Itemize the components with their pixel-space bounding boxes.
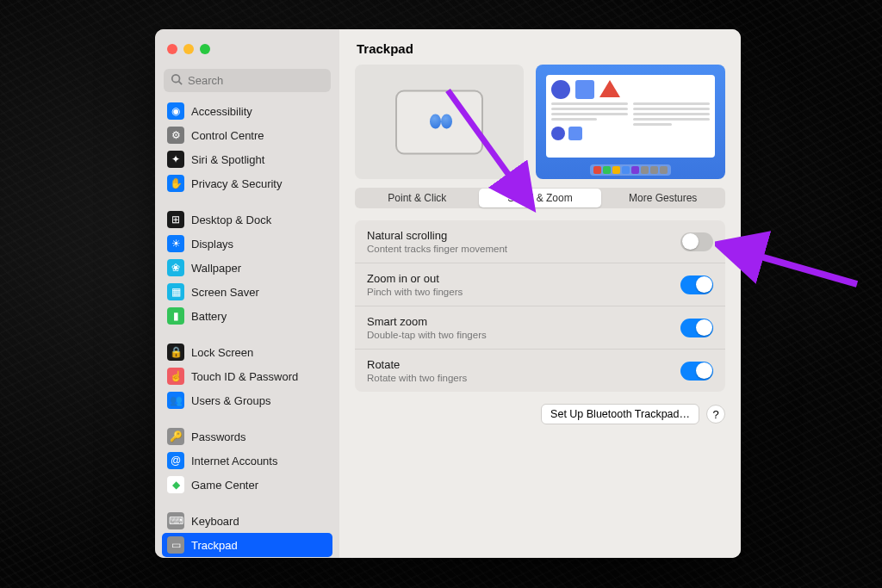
page-title: Trackpad	[355, 29, 725, 65]
circle-shape-icon	[551, 80, 570, 99]
tab-scroll-zoom[interactable]: Scroll & Zoom	[479, 189, 602, 207]
setting-row-rotate: RotateRotate with two fingers	[355, 350, 725, 392]
close-window-button[interactable]	[167, 44, 177, 54]
sidebar-item-control-centre[interactable]: ⚙Control Centre	[162, 123, 332, 147]
sidebar-item-label: Game Center	[191, 479, 258, 492]
sidebar-icon: ▮	[167, 307, 184, 325]
sidebar-item-label: Wallpaper	[191, 262, 241, 275]
sidebar-icon: ✦	[167, 151, 184, 168]
finger-icon	[430, 114, 441, 128]
settings-group: Natural scrollingContent tracks finger m…	[355, 220, 725, 392]
sidebar-item-label: Accessibility	[191, 105, 252, 118]
finger-icon	[441, 114, 452, 128]
sidebar-item-touch-id-password[interactable]: ☝Touch ID & Password	[162, 364, 332, 388]
sidebar-icon: ☝	[167, 368, 184, 385]
sidebar-item-trackpad[interactable]: ▭Trackpad	[162, 533, 332, 557]
sidebar-item-battery[interactable]: ▮Battery	[162, 304, 332, 328]
setting-subtitle: Pinch with two fingers	[367, 287, 670, 297]
sidebar-item-displays[interactable]: ☀Displays	[162, 232, 332, 256]
sidebar-item-label: Battery	[191, 310, 227, 323]
sidebar-icon: @	[167, 452, 184, 469]
setting-subtitle: Double-tap with two fingers	[367, 330, 670, 340]
sidebar-item-printers-scanners[interactable]: ⎙Printers & Scanners	[162, 557, 332, 558]
sidebar-item-privacy-security[interactable]: ✋Privacy & Security	[162, 171, 332, 195]
toggle-zoom-in-or-out[interactable]	[680, 275, 713, 294]
sidebar-item-screen-saver[interactable]: ▦Screen Saver	[162, 280, 332, 304]
toggle-natural-scrolling[interactable]	[680, 232, 713, 251]
sidebar-item-label: Desktop & Dock	[191, 214, 271, 226]
sidebar-icon: ❀	[167, 259, 184, 276]
toggle-smart-zoom[interactable]	[680, 319, 713, 337]
setting-title: Smart zoom	[367, 315, 670, 328]
screen-preview	[536, 65, 725, 179]
tab-point-click[interactable]: Point & Click	[356, 189, 479, 207]
system-settings-window: ◉Accessibility⚙Control Centre✦Siri & Spo…	[155, 29, 741, 558]
sidebar-item-label: Screen Saver	[191, 286, 259, 299]
tab-more-gestures[interactable]: More Gestures	[601, 189, 724, 207]
toggle-rotate[interactable]	[680, 362, 713, 381]
sidebar-icon: 🔑	[167, 428, 184, 445]
setting-title: Natural scrolling	[367, 229, 670, 242]
sidebar-item-accessibility[interactable]: ◉Accessibility	[162, 99, 332, 123]
maximize-window-button[interactable]	[200, 44, 210, 54]
setting-title: Zoom in or out	[367, 272, 670, 285]
sidebar-icon: ◉	[167, 102, 184, 120]
sidebar-item-label: Users & Groups	[191, 394, 270, 407]
sidebar-item-label: Passwords	[191, 430, 246, 443]
setting-title: Rotate	[367, 358, 670, 371]
preview-row	[355, 65, 725, 179]
window-titlebar	[155, 29, 339, 69]
sidebar-item-label: Keyboard	[191, 515, 239, 528]
sidebar-icon: ✋	[167, 175, 184, 192]
sidebar-nav[interactable]: ◉Accessibility⚙Control Centre✦Siri & Spo…	[155, 99, 339, 558]
sidebar-item-desktop-dock[interactable]: ⊞Desktop & Dock	[162, 207, 332, 232]
trackpad-shape-icon	[395, 90, 483, 154]
sidebar-icon: ⌨	[167, 512, 184, 529]
sidebar-icon: 👥	[167, 392, 184, 409]
sidebar-icon: ◆	[167, 476, 184, 493]
minimize-window-button[interactable]	[183, 44, 194, 54]
sidebar-icon: ⊞	[167, 211, 184, 228]
sidebar: ◉Accessibility⚙Control Centre✦Siri & Spo…	[155, 29, 339, 558]
sidebar-item-label: Control Centre	[191, 129, 264, 142]
main-content: Trackpad	[339, 29, 741, 558]
search-input[interactable]	[164, 69, 331, 92]
setting-subtitle: Rotate with two fingers	[367, 373, 670, 383]
sidebar-item-passwords[interactable]: 🔑Passwords	[162, 424, 332, 449]
sidebar-icon: ☀	[167, 235, 184, 252]
sidebar-item-wallpaper[interactable]: ❀Wallpaper	[162, 256, 332, 280]
sidebar-item-label: Siri & Spotlight	[191, 153, 264, 166]
mini-window-icon	[546, 75, 715, 158]
triangle-shape-icon	[599, 80, 620, 97]
tab-bar: Point & ClickScroll & ZoomMore Gestures	[355, 188, 725, 208]
sidebar-item-game-center[interactable]: ◆Game Center	[162, 473, 332, 497]
sidebar-icon: ▭	[167, 536, 184, 554]
help-button[interactable]: ?	[706, 405, 725, 424]
setting-row-zoom-in-or-out: Zoom in or outPinch with two fingers	[355, 263, 725, 306]
sidebar-item-label: Displays	[191, 238, 233, 251]
sidebar-item-keyboard[interactable]: ⌨Keyboard	[162, 509, 332, 533]
setup-bluetooth-button[interactable]: Set Up Bluetooth Trackpad…	[541, 404, 699, 424]
sidebar-item-label: Privacy & Security	[191, 177, 282, 190]
sidebar-icon: 🔒	[167, 344, 184, 361]
sidebar-icon: ⚙	[167, 127, 184, 144]
trackpad-preview	[355, 65, 524, 179]
sidebar-icon: ▦	[167, 283, 184, 300]
sidebar-item-label: Touch ID & Password	[191, 370, 298, 383]
sidebar-item-label: Lock Screen	[191, 346, 253, 359]
footer-row: Set Up Bluetooth Trackpad… ?	[355, 404, 725, 424]
setting-row-smart-zoom: Smart zoomDouble-tap with two fingers	[355, 306, 725, 350]
setting-subtitle: Content tracks finger movement	[367, 244, 670, 254]
setting-row-natural-scrolling: Natural scrollingContent tracks finger m…	[355, 220, 725, 263]
sidebar-item-label: Trackpad	[191, 539, 238, 552]
mini-dock-icon	[590, 164, 671, 176]
sidebar-item-users-groups[interactable]: 👥Users & Groups	[162, 388, 332, 412]
square-shape-icon	[575, 80, 594, 99]
sidebar-item-siri-spotlight[interactable]: ✦Siri & Spotlight	[162, 147, 332, 171]
sidebar-item-lock-screen[interactable]: 🔒Lock Screen	[162, 340, 332, 364]
sidebar-item-label: Internet Accounts	[191, 455, 277, 467]
sidebar-item-internet-accounts[interactable]: @Internet Accounts	[162, 449, 332, 473]
